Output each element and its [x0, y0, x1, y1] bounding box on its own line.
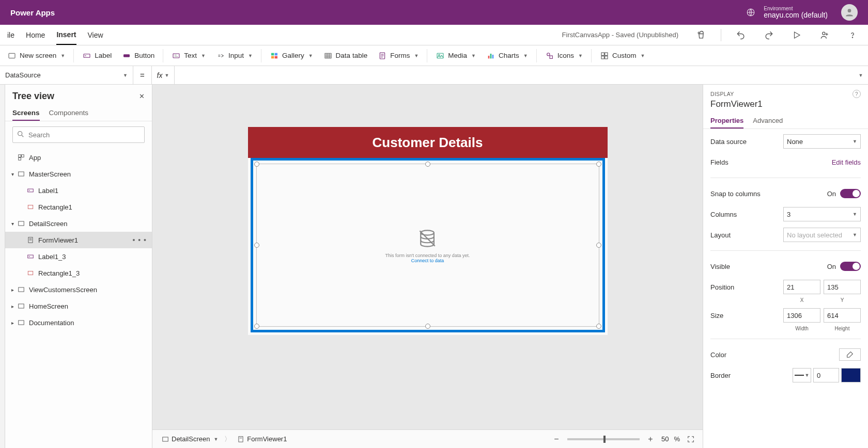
screen-preview[interactable]: Customer Details [248, 127, 608, 335]
resize-handle[interactable] [425, 162, 430, 167]
snap-toggle[interactable] [840, 189, 861, 198]
new-screen-button[interactable]: New screen▼ [3, 49, 69, 62]
breadcrumb-screen[interactable]: DetailScreen ▼ [159, 434, 221, 444]
tree-item-rectangle1-3[interactable]: Rectangle1_3 [5, 265, 152, 281]
resize-handle[interactable] [596, 324, 601, 329]
menu-home[interactable]: Home [26, 25, 45, 45]
search-input[interactable] [12, 126, 145, 143]
environment-caption: Environment [764, 6, 828, 11]
breadcrumb-control[interactable]: FormViewer1 [234, 434, 290, 444]
border-color-picker[interactable] [841, 368, 861, 382]
resize-handle[interactable] [254, 162, 259, 167]
size-height-input[interactable]: 614 [824, 308, 861, 323]
tree-item-app[interactable]: App [5, 149, 152, 166]
fx-button[interactable]: fx▼ [152, 66, 175, 84]
custom-button[interactable]: Custom▼ [596, 49, 649, 62]
resize-handle[interactable] [596, 162, 601, 167]
svg-rect-6 [84, 54, 90, 57]
tree-item-formviewer1[interactable]: FormViewer1 • • • [5, 232, 152, 248]
datasource-dropdown[interactable]: None▼ [783, 134, 861, 149]
breadcrumb-label: FormViewer1 [247, 435, 287, 443]
tab-advanced[interactable]: Advanced [753, 114, 783, 129]
forms-button[interactable]: Forms▼ [374, 49, 423, 62]
tab-screens[interactable]: Screens [12, 106, 40, 121]
share-icon[interactable] [816, 27, 833, 43]
data-table-icon [323, 51, 333, 60]
connect-to-data-link[interactable]: Connect to data [385, 258, 470, 263]
custom-label: Custom [612, 52, 637, 59]
environment-display[interactable]: Environment enayu.com (default) [764, 6, 828, 19]
menu-view[interactable]: View [88, 25, 103, 45]
app-checker-icon[interactable] [693, 27, 709, 43]
tree-item-detailscreen[interactable]: ▾ DetailScreen [5, 215, 152, 232]
caret-icon[interactable]: ▸ [8, 320, 17, 326]
menu-file[interactable]: ile [7, 25, 14, 45]
separator [73, 49, 74, 62]
zoom-slider[interactable] [567, 438, 640, 440]
zoom-in-button[interactable]: + [645, 434, 656, 445]
caret-icon[interactable]: ▾ [8, 171, 17, 177]
user-avatar[interactable] [841, 4, 858, 21]
more-icon[interactable]: • • • [133, 236, 147, 244]
resize-handle[interactable] [425, 324, 430, 329]
visible-toggle[interactable] [840, 262, 861, 271]
selected-form[interactable]: This form isn't connected to any data ye… [251, 158, 605, 332]
size-width-input[interactable]: 1306 [783, 308, 820, 323]
fields-label: Fields [710, 158, 729, 166]
menu-insert[interactable]: Insert [56, 25, 76, 45]
edit-fields-link[interactable]: Edit fields [832, 158, 861, 166]
fit-screen-icon[interactable] [685, 434, 696, 445]
globe-icon[interactable] [746, 8, 755, 17]
caret-icon[interactable]: ▾ [8, 221, 17, 227]
icons-button[interactable]: Icons▼ [541, 49, 587, 62]
tree-item-rectangle1[interactable]: Rectangle1 [5, 199, 152, 215]
undo-icon[interactable] [733, 27, 749, 43]
formula-expand-icon[interactable]: ▼ [853, 66, 868, 84]
gallery-button[interactable]: Gallery▼ [266, 49, 317, 62]
border-width-input[interactable]: 0 [813, 368, 839, 382]
left-rail[interactable] [0, 85, 5, 448]
rectangle-icon [26, 268, 35, 278]
data-table-button[interactable]: Data table [319, 49, 372, 62]
color-picker[interactable] [839, 348, 861, 361]
data-table-label: Data table [336, 52, 368, 59]
resize-handle[interactable] [254, 324, 259, 329]
equals-sign: = [133, 66, 152, 84]
tree-item-viewcustomers[interactable]: ▸ ViewCustomersScreen [5, 281, 152, 298]
input-button[interactable]: Input▼ [212, 49, 257, 62]
tab-properties[interactable]: Properties [710, 114, 743, 129]
close-icon[interactable]: ✕ [139, 92, 145, 100]
resize-handle[interactable] [596, 243, 601, 248]
tree-item-documentation[interactable]: ▸ Documentation [5, 314, 152, 331]
media-button[interactable]: Media▼ [431, 49, 480, 62]
screen-header: Customer Details [248, 127, 608, 158]
property-selector[interactable]: DataSource ▼ [0, 66, 133, 84]
tab-components[interactable]: Components [49, 106, 89, 121]
tree-item-masterscreen[interactable]: ▾ MasterScreen [5, 166, 152, 182]
position-x-input[interactable]: 21 [783, 280, 820, 294]
redo-icon[interactable] [761, 27, 777, 43]
charts-button[interactable]: Charts▼ [482, 49, 532, 62]
layout-dropdown[interactable]: No layout selected▼ [783, 228, 861, 242]
caret-icon[interactable]: ▸ [8, 303, 17, 309]
info-icon[interactable]: ? [853, 90, 861, 98]
tree-item-label1-3[interactable]: Label1_3 [5, 248, 152, 265]
position-y-input[interactable]: 135 [824, 280, 861, 294]
svg-rect-39 [19, 321, 24, 325]
text-icon [172, 51, 181, 60]
columns-dropdown[interactable]: 3▼ [783, 207, 861, 221]
svg-rect-38 [19, 304, 24, 308]
caret-icon[interactable]: ▸ [8, 287, 17, 293]
text-button[interactable]: Text▼ [167, 49, 210, 62]
zoom-out-button[interactable]: − [551, 434, 562, 445]
border-style-dropdown[interactable]: ▼ [793, 368, 811, 382]
tree-item-homescreen[interactable]: ▸ HomeScreen [5, 298, 152, 314]
resize-handle[interactable] [254, 243, 259, 248]
columns-label: Columns [710, 211, 737, 218]
tree-item-label1[interactable]: Label1 [5, 182, 152, 199]
formula-input[interactable] [175, 66, 853, 84]
button-button[interactable]: Button [118, 49, 159, 62]
help-icon[interactable] [844, 27, 861, 43]
label-button[interactable]: Label [78, 49, 116, 62]
play-icon[interactable] [788, 27, 805, 43]
